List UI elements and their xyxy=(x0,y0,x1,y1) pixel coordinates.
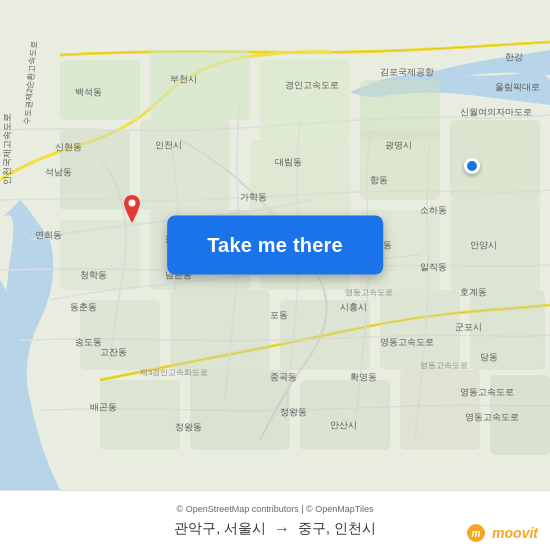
svg-text:일직동: 일직동 xyxy=(420,262,447,272)
svg-text:송도동: 송도동 xyxy=(75,337,102,347)
svg-text:m: m xyxy=(472,528,481,539)
svg-text:정왕동: 정왕동 xyxy=(175,422,202,432)
svg-rect-3 xyxy=(260,60,350,140)
svg-text:올림픽대로: 올림픽대로 xyxy=(495,82,540,92)
svg-rect-2 xyxy=(150,50,250,120)
svg-text:정왕동: 정왕동 xyxy=(280,407,307,417)
svg-text:영동고속도로: 영동고속도로 xyxy=(380,337,434,347)
svg-text:청학동: 청학동 xyxy=(80,270,107,280)
current-location-dot xyxy=(464,158,480,174)
svg-text:대림동: 대림동 xyxy=(275,157,302,167)
svg-rect-20 xyxy=(100,380,180,450)
svg-text:석남동: 석남동 xyxy=(45,167,72,177)
svg-text:신현동: 신현동 xyxy=(55,142,82,152)
svg-text:소하동: 소하동 xyxy=(420,205,447,215)
route-destination: 중구, 인천시 xyxy=(298,520,376,538)
svg-text:영동고속도로: 영동고속도로 xyxy=(420,361,468,370)
svg-text:경인고속도로: 경인고속도로 xyxy=(285,80,339,90)
svg-rect-22 xyxy=(300,380,390,450)
svg-text:배곤동: 배곤동 xyxy=(90,402,117,412)
map-view: 백석동 부천시 김포국제공항 신월여의자마도로 경인고속도로 한강 올림픽대로 … xyxy=(0,0,550,490)
route-arrow-icon: → xyxy=(274,520,290,538)
svg-point-69 xyxy=(129,200,136,207)
svg-text:동춘동: 동춘동 xyxy=(70,302,97,312)
map-attribution: © OpenStreetMap contributors | © OpenMap… xyxy=(177,504,374,514)
svg-text:영동고속도로: 영동고속도로 xyxy=(460,387,514,397)
svg-text:영동고속도로: 영동고속도로 xyxy=(345,288,393,297)
svg-text:연희동: 연희동 xyxy=(35,230,62,240)
svg-rect-6 xyxy=(140,120,230,210)
destination-pin xyxy=(120,195,144,227)
svg-text:호계동: 호계동 xyxy=(460,287,487,297)
svg-text:확영동: 확영동 xyxy=(350,372,377,382)
svg-text:시흥시: 시흥시 xyxy=(340,302,367,312)
svg-rect-7 xyxy=(250,140,350,220)
svg-text:광명시: 광명시 xyxy=(385,140,412,150)
svg-text:김포국제공항: 김포국제공항 xyxy=(380,67,434,77)
svg-text:안산시: 안산시 xyxy=(330,420,357,430)
svg-text:부천시: 부천시 xyxy=(170,74,197,84)
bottom-bar: © OpenStreetMap contributors | © OpenMap… xyxy=(0,490,550,550)
svg-text:당동: 당동 xyxy=(480,352,498,362)
moovit-branding: m moovit xyxy=(467,524,538,542)
svg-text:군포시: 군포시 xyxy=(455,322,482,332)
svg-text:인천시: 인천시 xyxy=(155,140,182,150)
take-me-there-button[interactable]: Take me there xyxy=(167,216,383,275)
moovit-logo-text: moovit xyxy=(492,525,538,541)
svg-text:포동: 포동 xyxy=(270,310,288,320)
svg-text:안양시: 안양시 xyxy=(470,240,497,250)
svg-rect-23 xyxy=(400,370,480,450)
svg-text:신월여의자마도로: 신월여의자마도로 xyxy=(460,107,532,117)
svg-text:항동: 항동 xyxy=(370,175,388,185)
route-origin: 관악구, 서울시 xyxy=(174,520,266,538)
svg-text:제3경인고속화도로: 제3경인고속화도로 xyxy=(140,368,208,377)
svg-text:인천국제고속도로: 인천국제고속도로 xyxy=(2,113,12,185)
route-info: 관악구, 서울시 → 중구, 인천시 xyxy=(174,520,376,538)
button-overlay: Take me there xyxy=(167,216,383,275)
svg-text:백석동: 백석동 xyxy=(75,87,102,97)
svg-rect-18 xyxy=(380,290,460,370)
svg-text:중곡동: 중곡동 xyxy=(270,372,297,382)
svg-text:한강: 한강 xyxy=(505,52,523,62)
svg-rect-16 xyxy=(170,290,270,370)
svg-text:가학동: 가학동 xyxy=(240,192,267,202)
svg-text:영동고속도로: 영동고속도로 xyxy=(465,412,519,422)
svg-rect-9 xyxy=(450,120,540,200)
svg-rect-21 xyxy=(190,370,290,450)
svg-text:고잔동: 고잔동 xyxy=(100,347,127,357)
